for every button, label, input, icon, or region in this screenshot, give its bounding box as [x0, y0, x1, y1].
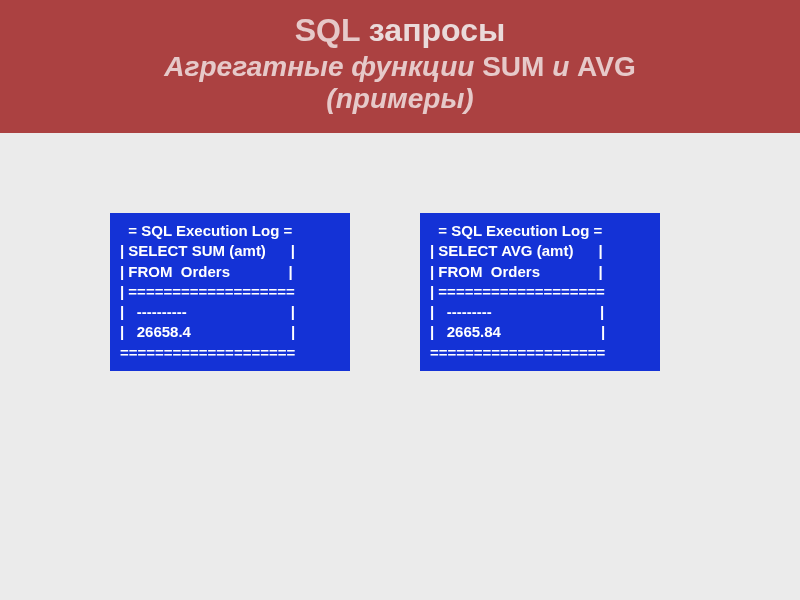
title-sum: SUM: [482, 51, 544, 82]
sql-line: | ---------- |: [120, 302, 340, 322]
sql-line: ====================: [120, 343, 340, 363]
title-zaprosy: запросы: [360, 12, 505, 48]
slide-header: SQL запросы Агрегатные функции SUM и AVG…: [0, 0, 800, 133]
sql-box-avg: = SQL Execution Log = | SELECT AVG (amt)…: [420, 213, 660, 371]
sql-line: | ===================: [120, 282, 340, 302]
sql-line: | ===================: [430, 282, 650, 302]
sql-box-sum: = SQL Execution Log = | SELECT SUM (amt)…: [110, 213, 350, 371]
title-sql: SQL: [295, 12, 360, 48]
title-and: и: [544, 51, 577, 82]
title-avg: AVG: [577, 51, 636, 82]
sql-line: | 2665.84 |: [430, 322, 650, 342]
title-line3: (примеры): [20, 83, 780, 115]
content-area: = SQL Execution Log = | SELECT SUM (amt)…: [0, 133, 800, 371]
sql-line: | SELECT AVG (amt) |: [430, 241, 650, 261]
title-aggregate: Агрегатные функции: [164, 51, 482, 82]
sql-line: ====================: [430, 343, 650, 363]
sql-line: | SELECT SUM (amt) |: [120, 241, 340, 261]
sql-line: | FROM Orders |: [430, 262, 650, 282]
sql-line: = SQL Execution Log =: [430, 221, 650, 241]
sql-line: = SQL Execution Log =: [120, 221, 340, 241]
sql-line: | --------- |: [430, 302, 650, 322]
title-line2: Агрегатные функции SUM и AVG: [20, 51, 780, 83]
sql-line: | 26658.4 |: [120, 322, 340, 342]
title-line1: SQL запросы: [20, 12, 780, 49]
sql-line: | FROM Orders |: [120, 262, 340, 282]
